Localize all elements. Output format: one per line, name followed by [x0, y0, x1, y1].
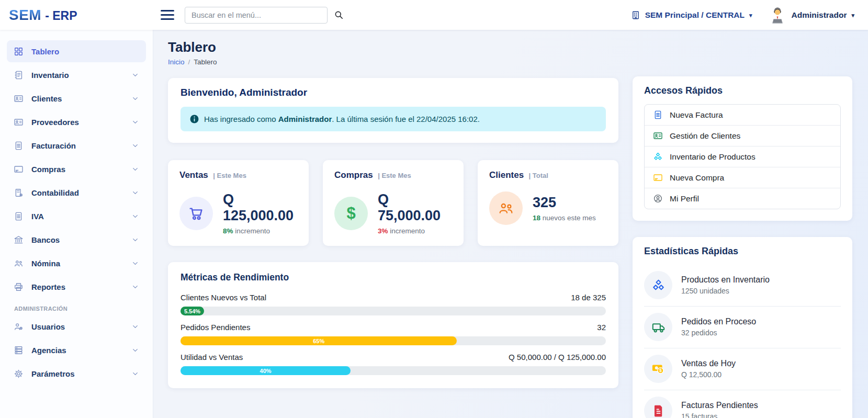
stat-card-header: Ventas | Este Mes	[179, 170, 297, 180]
sidebar-item-parametros[interactable]: Parámetros	[7, 363, 146, 385]
bank-icon	[14, 235, 24, 245]
search-input[interactable]	[185, 7, 328, 24]
sidebar-item-label: Facturación	[31, 141, 76, 150]
breadcrumb-current: Tablero	[194, 58, 217, 66]
progress-fill: 65%	[181, 336, 457, 345]
red-invoice-icon	[644, 397, 672, 418]
chevron-down-icon	[131, 118, 139, 126]
quick-access-inventario-productos[interactable]: Inventario de Productos	[645, 146, 840, 167]
sidebar-item-label: Reportes	[31, 283, 65, 291]
quick-access-title: Accesos Rápidos	[644, 85, 841, 96]
main-content: Tablero Inicio / Tablero Bienvenido, Adm…	[153, 30, 868, 418]
sidebar-item-tablero[interactable]: Tablero	[7, 40, 146, 62]
progress-track: 40%	[181, 366, 606, 375]
sidebar-item-reportes[interactable]: Reportes	[7, 276, 146, 298]
stat-subtitle: | Total	[529, 172, 548, 179]
stat-delta: 18 nuevos este mes	[533, 214, 596, 222]
chevron-down-icon	[131, 95, 139, 103]
stat-value: Q 75,000.00	[378, 191, 452, 223]
sidebar-item-compras[interactable]: Compras	[7, 158, 146, 180]
chevron-down-icon	[131, 71, 139, 79]
metric-row-pedidos: Pedidos Pendientes 32 65%	[181, 323, 606, 345]
metric-label: Pedidos Pendientes	[181, 323, 250, 332]
stat-card-clientes: Clientes | Total 325 18 nuevos este mes	[478, 160, 618, 246]
receipt-card-icon	[653, 173, 663, 183]
metric-label: Clientes Nuevos vs Total	[181, 293, 266, 302]
sidebar-item-nomina[interactable]: Nómina	[7, 252, 146, 274]
company-switcher-dropdown[interactable]: SEM Principal / CENTRAL ▾	[631, 10, 752, 20]
id-card-icon	[653, 131, 663, 141]
quick-access-nueva-compra[interactable]: Nueva Compra	[645, 167, 840, 188]
dashboard-grid-icon	[14, 47, 24, 57]
sidebar-item-contabilidad[interactable]: Contabilidad	[7, 182, 146, 204]
id-card-icon	[14, 94, 24, 104]
session-info-text: Has ingresado como Administrador. La últ…	[204, 115, 480, 123]
progress-fill: 5.54%	[181, 307, 204, 315]
chevron-down-icon	[131, 283, 139, 291]
quick-stat-value: 1250 unidades	[681, 287, 770, 295]
sidebar-item-usuarios[interactable]: Usuarios	[7, 315, 146, 337]
quick-access-card: Accesos Rápidos Nueva Factura Gestión de…	[633, 76, 852, 221]
progress-track: 65%	[181, 336, 606, 345]
sidebar-item-inventario[interactable]: Inventario	[7, 64, 146, 86]
quick-stats-card: Estadísticas Rápidas Productos en Invent…	[633, 237, 852, 418]
quick-access-gestion-clientes[interactable]: Gestión de Clientes	[645, 126, 840, 146]
chevron-down-icon	[131, 346, 139, 354]
sidebar-item-iva[interactable]: IVA	[7, 205, 146, 227]
sidebar-item-proveedores[interactable]: Proveedores	[7, 111, 146, 133]
quick-access-label: Nueva Factura	[670, 110, 723, 120]
stat-subtitle: | Este Mes	[378, 172, 411, 179]
cubes-icon	[653, 152, 663, 162]
sidebar-item-facturacion[interactable]: Facturación	[7, 134, 146, 156]
app-window: SEM - ERP SEM Principal / CENTRAL ▾	[0, 0, 868, 418]
stat-cards-row: Ventas | Este Mes Q 125,000.00 8% increm…	[168, 160, 618, 246]
chevron-down-icon	[131, 323, 139, 331]
quick-access-label: Inventario de Productos	[670, 152, 756, 162]
quick-access-nueva-factura[interactable]: Nueva Factura	[645, 105, 840, 126]
sidebar-item-label: Agencias	[31, 346, 66, 355]
progress-fill: 40%	[181, 366, 351, 375]
invoice-icon	[653, 110, 663, 120]
building-icon	[631, 10, 640, 20]
stat-value: 325	[533, 195, 596, 211]
sidebar-item-bancos[interactable]: Bancos	[7, 229, 146, 251]
breadcrumb-home-link[interactable]: Inicio	[168, 58, 185, 66]
dollar-icon: $	[334, 197, 368, 230]
user-avatar	[768, 6, 787, 25]
people-icon	[489, 191, 523, 225]
caret-down-icon: ▾	[749, 13, 752, 18]
search-button[interactable]	[334, 10, 344, 20]
breadcrumb-separator: /	[188, 58, 190, 66]
stat-card-header: Compras | Este Mes	[334, 170, 452, 180]
search-icon	[334, 10, 344, 20]
chevron-down-icon	[131, 142, 139, 150]
sidebar-item-label: IVA	[31, 212, 44, 221]
sidebar-section-administracion: ADMINISTRACIÓN	[14, 306, 139, 312]
journal-icon	[14, 70, 24, 80]
brand-logo[interactable]: SEM - ERP	[0, 7, 153, 24]
stat-title: Ventas	[179, 170, 208, 180]
server-icon	[14, 345, 24, 355]
chevron-down-icon	[131, 259, 139, 267]
quick-access-mi-perfil[interactable]: Mi Perfil	[645, 188, 840, 209]
sidebar-item-label: Proveedores	[31, 118, 79, 127]
chevron-down-icon	[131, 189, 139, 197]
user-menu-dropdown[interactable]: Administrador ▾	[768, 6, 854, 25]
cubes-icon	[644, 271, 672, 299]
brand-logo-text: SEM	[9, 7, 41, 24]
sidebar-item-agencias[interactable]: Agencias	[7, 339, 146, 361]
sidebar-toggle-button[interactable]	[161, 9, 174, 21]
chevron-down-icon	[131, 212, 139, 220]
quick-access-list: Nueva Factura Gestión de Clientes Invent…	[644, 104, 841, 209]
stat-value: Q 125,000.00	[223, 191, 297, 223]
sidebar-item-clientes[interactable]: Clientes	[7, 87, 146, 109]
metric-row-utilidad: Utilidad vs Ventas Q 50,000.00 / Q 125,0…	[181, 353, 606, 375]
file-lines-icon	[14, 211, 24, 221]
quick-access-label: Gestión de Clientes	[670, 131, 740, 141]
sidebar-item-label: Compras	[31, 165, 65, 174]
sidebar-item-label: Clientes	[31, 94, 62, 103]
welcome-card: Bienvenido, Administrador Has ingresado …	[168, 78, 618, 143]
stat-delta: 3% incremento	[378, 227, 452, 235]
cart-icon	[179, 197, 213, 230]
id-card-icon	[14, 117, 24, 127]
